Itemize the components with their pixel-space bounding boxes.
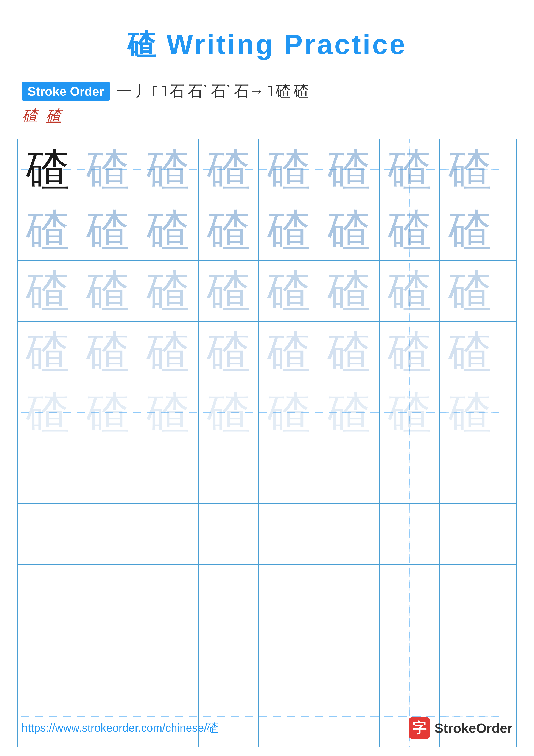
grid-cell: 碴 (259, 261, 319, 321)
grid-cell: 碴 (380, 382, 440, 443)
practice-char: 碴 (207, 269, 250, 312)
grid-cell: 碴 (440, 200, 500, 260)
title-char: 碴 (127, 29, 157, 60)
grid-cell (259, 625, 319, 686)
grid-cell (18, 504, 78, 564)
practice-grid: 碴碴碴碴碴碴碴碴碴碴碴碴碴碴碴碴碴碴碴碴碴碴碴碴碴碴碴碴碴碴碴碴碴碴碴碴碴碴碴碴 (17, 139, 517, 747)
practice-char: 碴 (87, 330, 129, 373)
practice-char: 碴 (207, 209, 250, 252)
practice-char: 碴 (26, 391, 69, 434)
grid-cell (138, 565, 199, 625)
grid-row (18, 504, 516, 565)
grid-cell (319, 504, 380, 564)
grid-row: 碴碴碴碴碴碴碴碴 (18, 200, 516, 261)
practice-char: 碴 (26, 148, 69, 191)
grid-cell: 碴 (199, 200, 259, 260)
grid-cell: 碴 (380, 322, 440, 382)
grid-cell: 碴 (78, 200, 138, 260)
grid-row (18, 625, 516, 686)
practice-char: 碴 (448, 148, 492, 191)
practice-char: 碴 (267, 391, 310, 434)
grid-cell: 碴 (78, 139, 138, 200)
grid-cell: 碴 (319, 139, 380, 200)
grid-cell: 碴 (319, 261, 380, 321)
grid-cell (440, 504, 500, 564)
practice-char: 碴 (267, 148, 310, 191)
practice-char: 碴 (388, 209, 431, 252)
practice-char: 碴 (267, 209, 310, 252)
grid-cell: 碴 (259, 139, 319, 200)
grid-cell (380, 625, 440, 686)
practice-char: 碴 (147, 148, 190, 191)
stroke-order-section: Stroke Order 一 丿 𠄌 𠃊 石 石` 石` 石→ 𥐟 碴 碴 碴 … (21, 81, 513, 126)
grid-cell: 碴 (78, 382, 138, 443)
practice-char: 碴 (26, 269, 69, 312)
grid-cell: 碴 (319, 382, 380, 443)
practice-char: 碴 (147, 209, 190, 252)
stroke-order-second-line: 碴 碴 (21, 106, 513, 126)
practice-char: 碴 (87, 148, 129, 191)
grid-cell: 碴 (199, 139, 259, 200)
footer-logo-icon: 字 (409, 717, 430, 739)
footer: https://www.strokeorder.com/chinese/碴 字 … (0, 717, 534, 739)
grid-cell: 碴 (138, 382, 199, 443)
footer-logo: 字 StrokeOrder (409, 717, 513, 739)
grid-row: 碴碴碴碴碴碴碴碴 (18, 322, 516, 382)
page-title: 碴 Writing Practice (0, 0, 534, 64)
grid-cell: 碴 (78, 322, 138, 382)
grid-row: 碴碴碴碴碴碴碴碴 (18, 139, 516, 200)
practice-char: 碴 (147, 391, 190, 434)
practice-char: 碴 (26, 209, 69, 252)
grid-cell: 碴 (259, 322, 319, 382)
grid-cell (78, 625, 138, 686)
grid-cell (380, 504, 440, 564)
practice-char: 碴 (328, 209, 371, 252)
grid-cell (440, 565, 500, 625)
grid-cell: 碴 (138, 200, 199, 260)
grid-cell (78, 443, 138, 503)
grid-row (18, 443, 516, 504)
grid-cell (199, 443, 259, 503)
grid-cell: 碴 (18, 139, 78, 200)
practice-char: 碴 (448, 330, 492, 373)
grid-cell (199, 625, 259, 686)
practice-char: 碴 (388, 269, 431, 312)
grid-cell: 碴 (380, 200, 440, 260)
practice-char: 碴 (207, 330, 250, 373)
grid-cell (319, 565, 380, 625)
grid-cell: 碴 (259, 200, 319, 260)
practice-char: 碴 (147, 269, 190, 312)
practice-char: 碴 (448, 209, 492, 252)
grid-cell (199, 504, 259, 564)
grid-cell: 碴 (319, 322, 380, 382)
grid-cell (380, 443, 440, 503)
grid-cell: 碴 (18, 322, 78, 382)
grid-cell: 碴 (199, 322, 259, 382)
grid-row: 碴碴碴碴碴碴碴碴 (18, 261, 516, 322)
grid-cell: 碴 (199, 382, 259, 443)
grid-row (18, 565, 516, 625)
stroke-order-chars: 一 丿 𠄌 𠃊 石 石` 石` 石→ 𥐟 碴 碴 (116, 81, 309, 101)
grid-cell (138, 504, 199, 564)
practice-char: 碴 (328, 269, 371, 312)
grid-cell: 碴 (138, 322, 199, 382)
grid-row: 碴碴碴碴碴碴碴碴 (18, 382, 516, 443)
grid-cell: 碴 (18, 382, 78, 443)
practice-char: 碴 (26, 330, 69, 373)
grid-cell (259, 443, 319, 503)
practice-char: 碴 (328, 148, 371, 191)
practice-char: 碴 (388, 148, 431, 191)
grid-cell (199, 565, 259, 625)
practice-char: 碴 (388, 330, 431, 373)
practice-char: 碴 (147, 330, 190, 373)
grid-cell: 碴 (440, 139, 500, 200)
title-text: Writing Practice (157, 29, 407, 60)
grid-cell (319, 625, 380, 686)
grid-cell: 碴 (78, 261, 138, 321)
grid-cell (319, 443, 380, 503)
grid-cell (138, 443, 199, 503)
grid-cell (138, 625, 199, 686)
grid-cell: 碴 (199, 261, 259, 321)
grid-cell: 碴 (319, 200, 380, 260)
grid-cell (259, 504, 319, 564)
